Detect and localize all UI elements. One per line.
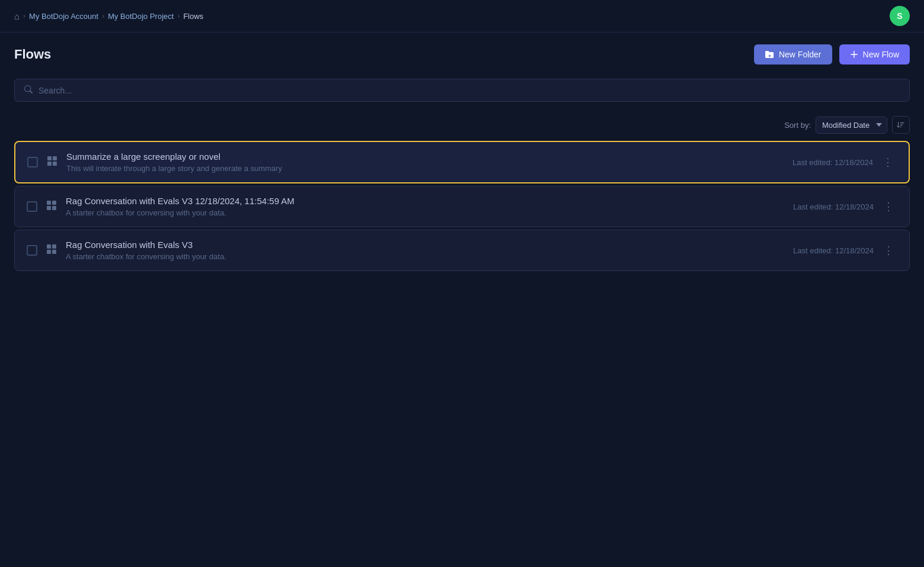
new-folder-button[interactable]: New Folder	[754, 44, 832, 65]
flow-more-button-2[interactable]: ⋮	[880, 199, 897, 214]
flow-grid-icon-3	[46, 243, 57, 258]
flow-description-2: A starter chatbox for conversing with yo…	[66, 208, 785, 217]
new-flow-label: New Flow	[863, 50, 899, 59]
svg-rect-1	[53, 156, 57, 160]
flow-checkbox-3[interactable]	[27, 245, 37, 256]
flow-more-button-1[interactable]: ⋮	[879, 154, 897, 170]
top-nav: ⌂ › My BotDojo Account › My BotDojo Proj…	[0, 0, 924, 33]
sort-bar: Sort by: Modified Date Name Created Date	[0, 111, 924, 141]
flow-meta-2: Last edited: 12/18/2024 ⋮	[793, 199, 897, 214]
breadcrumb-current: Flows	[183, 12, 203, 21]
page-title: Flows	[14, 47, 51, 62]
flow-info-2: Rag Conversation with Evals V3 12/18/202…	[66, 196, 785, 217]
flow-item[interactable]: Rag Conversation with Evals V3 12/18/202…	[14, 186, 910, 227]
sort-desc-icon	[897, 121, 905, 129]
breadcrumb: ⌂ › My BotDojo Account › My BotDojo Proj…	[14, 11, 203, 21]
flow-name-3: Rag Conversation with Evals V3	[66, 240, 785, 250]
flow-grid-icon-2	[46, 199, 57, 214]
svg-rect-0	[47, 156, 52, 160]
home-icon[interactable]: ⌂	[14, 11, 20, 21]
header-actions: New Folder New Flow	[754, 44, 910, 65]
flow-grid-icon-1	[46, 155, 58, 170]
breadcrumb-project[interactable]: My BotDojo Project	[108, 12, 174, 21]
flow-info-3: Rag Conversation with Evals V3 A starter…	[66, 240, 785, 261]
search-icon	[24, 85, 33, 95]
new-folder-label: New Folder	[779, 50, 822, 59]
flow-more-button-3[interactable]: ⋮	[880, 243, 897, 258]
flow-date-3: Last edited: 12/18/2024	[793, 246, 874, 255]
svg-rect-4	[47, 201, 51, 205]
flow-checkbox-1[interactable]	[27, 157, 38, 167]
plus-icon	[850, 50, 858, 59]
search-container	[0, 74, 924, 111]
sort-label: Sort by:	[784, 121, 811, 130]
svg-rect-11	[52, 250, 56, 254]
page-header: Flows New Folder New Flow	[0, 33, 924, 74]
svg-rect-3	[53, 162, 57, 166]
svg-rect-6	[47, 206, 51, 210]
breadcrumb-account[interactable]: My BotDojo Account	[29, 12, 98, 21]
folder-plus-icon	[765, 50, 774, 59]
flow-description-1: This will interate through a large story…	[66, 164, 784, 173]
svg-rect-9	[52, 244, 56, 249]
flow-name-2: Rag Conversation with Evals V3 12/18/202…	[66, 196, 785, 206]
flow-date-2: Last edited: 12/18/2024	[793, 202, 874, 211]
breadcrumb-sep-1: ›	[23, 12, 25, 20]
flow-item[interactable]: Summarize a large screenplay or novel Th…	[14, 141, 910, 183]
svg-rect-10	[47, 250, 51, 254]
flow-meta-1: Last edited: 12/18/2024 ⋮	[793, 154, 897, 170]
sort-select[interactable]: Modified Date Name Created Date	[816, 117, 887, 134]
svg-rect-2	[47, 162, 52, 166]
breadcrumb-sep-3: ›	[177, 12, 179, 20]
flow-info-1: Summarize a large screenplay or novel Th…	[66, 152, 784, 173]
flow-date-1: Last edited: 12/18/2024	[793, 158, 873, 167]
svg-rect-5	[52, 201, 56, 205]
new-flow-button[interactable]: New Flow	[839, 44, 910, 65]
breadcrumb-sep-2: ›	[102, 12, 104, 20]
sort-direction-button[interactable]	[892, 116, 910, 134]
flow-description-3: A starter chatbox for conversing with yo…	[66, 252, 785, 261]
search-input[interactable]	[38, 86, 900, 95]
svg-rect-7	[52, 206, 56, 210]
flow-item[interactable]: Rag Conversation with Evals V3 A starter…	[14, 230, 910, 271]
flow-checkbox-2[interactable]	[27, 201, 37, 212]
svg-rect-8	[47, 244, 51, 249]
avatar[interactable]: S	[890, 6, 910, 26]
flows-list: Summarize a large screenplay or novel Th…	[0, 141, 924, 271]
flow-name-1: Summarize a large screenplay or novel	[66, 152, 784, 162]
flow-meta-3: Last edited: 12/18/2024 ⋮	[793, 243, 897, 258]
search-wrapper	[14, 79, 910, 102]
